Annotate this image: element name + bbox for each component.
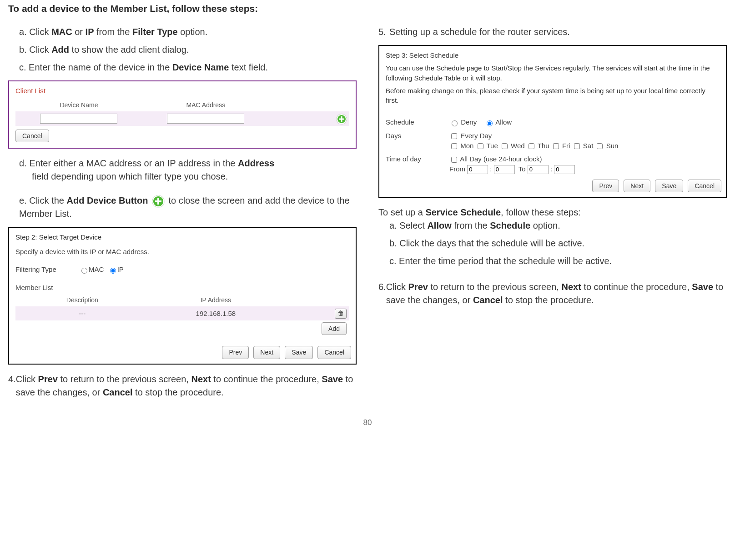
text: b. Click (19, 45, 51, 55)
cancel-button[interactable]: Cancel (688, 180, 721, 192)
ip-radio[interactable]: IP (108, 265, 124, 275)
page-title: To add a device to the Member List, foll… (8, 2, 727, 15)
to-hour-input[interactable] (528, 165, 549, 174)
text-bold: Device Name (172, 62, 229, 72)
cancel-button[interactable]: Cancel (317, 346, 351, 359)
text: d. Enter either a MAC address or an IP a… (19, 158, 238, 168)
text: Fri (562, 142, 570, 150)
step-e: e. Click the Add Device Button to close … (19, 194, 357, 220)
step-d: d. Enter either a MAC address or an IP a… (19, 157, 357, 183)
text: , follow these steps: (501, 207, 581, 217)
mac-address-input[interactable] (167, 114, 244, 124)
cancel-button[interactable]: Cancel (15, 130, 49, 142)
text: Thu (538, 142, 549, 150)
text-bold: Add Device Button (66, 195, 148, 205)
filtering-type-label: Filtering Type (15, 265, 79, 275)
text-bold: Next (561, 282, 581, 292)
client-list-title: Client List (15, 86, 349, 96)
trash-icon[interactable] (335, 309, 347, 319)
add-icon[interactable] (337, 114, 347, 124)
text: to continue the procedure, (581, 282, 692, 292)
text: to continue the procedure, (211, 374, 322, 384)
everyday-check[interactable]: Every Day (449, 132, 492, 140)
allday-check[interactable]: All Day (use 24-hour clock) (449, 155, 542, 163)
sat-check[interactable]: Sat (572, 142, 594, 150)
from-min-input[interactable] (494, 165, 515, 174)
days-label: Days (386, 131, 449, 141)
from-label: From (449, 165, 465, 173)
time-of-day-row: Time of day All Day (use 24-hour clock) … (379, 152, 726, 176)
to-min-input[interactable] (554, 165, 575, 174)
schedule-row: Schedule Deny Allow (379, 115, 726, 129)
text: MAC (89, 265, 104, 273)
text: to show the add client dialog. (69, 45, 189, 55)
text: a. Select (389, 220, 427, 230)
from-hour-input[interactable] (467, 165, 488, 174)
text: to return to the previous screen, (428, 282, 562, 292)
prev-button[interactable]: Prev (592, 180, 619, 192)
step2-desc: Specify a device with its IP or MAC addr… (15, 247, 349, 257)
step-num: 5. (378, 25, 389, 39)
save-button[interactable]: Save (655, 180, 683, 192)
cell-description: --- (15, 306, 149, 320)
panel3-button-row: Prev Next Save Cancel (379, 176, 726, 197)
add-button[interactable]: Add (322, 322, 347, 335)
text: from the (452, 220, 490, 230)
next-button[interactable]: Next (253, 346, 280, 359)
col-description: Description (66, 296, 98, 304)
to-label: To (519, 165, 526, 173)
device-name-input[interactable] (40, 114, 117, 124)
deny-radio[interactable]: Deny (449, 118, 477, 126)
text: Click (386, 282, 408, 292)
text: Every Day (460, 132, 492, 140)
step-5: 5. Setting up a schedule for the router … (378, 25, 727, 39)
add-device-icon (152, 195, 164, 207)
mon-check[interactable]: Mon (449, 142, 473, 150)
text-bold: Filter Type (132, 27, 178, 37)
sun-check[interactable]: Sun (595, 142, 618, 150)
schedule-step-a: a. Select Allow from the Schedule option… (389, 219, 727, 232)
prev-button[interactable]: Prev (222, 346, 249, 359)
wed-check[interactable]: Wed (500, 142, 525, 150)
text: text field. (229, 62, 268, 72)
fri-check[interactable]: Fri (551, 142, 570, 150)
schedule-step-c: c. Enter the time period that the schedu… (389, 255, 727, 268)
text: to stop the procedure. (503, 295, 594, 305)
text-bold: Add (51, 45, 69, 55)
schedule-step-b: b. Click the days that the schedule will… (389, 237, 727, 250)
text: To set up a (378, 207, 425, 217)
text: option. (530, 220, 560, 230)
allow-radio[interactable]: Allow (484, 118, 512, 126)
text: Sun (606, 142, 619, 150)
text: Sat (583, 142, 594, 150)
text-bold: Allow (427, 220, 451, 230)
col-device-name: Device Name (60, 101, 98, 109)
save-button[interactable]: Save (285, 346, 313, 359)
text: Click (16, 374, 38, 384)
text: Allow (495, 118, 512, 126)
text-bold: Save (692, 282, 713, 292)
table-row: Add (15, 320, 349, 337)
mac-radio[interactable]: MAC (79, 265, 104, 275)
tue-check[interactable]: Tue (476, 142, 498, 150)
step-num: 4. (8, 373, 16, 399)
text-bold: Save (322, 374, 343, 384)
text-bold: Cancel (473, 295, 503, 305)
col-mac-address: MAC Address (186, 101, 226, 109)
next-button[interactable]: Next (624, 180, 650, 192)
text: to return to the previous screen, (58, 374, 191, 384)
thu-check[interactable]: Thu (527, 142, 549, 150)
text: or (72, 27, 86, 37)
page-number: 80 (8, 404, 727, 429)
step2-panel: Step 2: Select Target Device Specify a d… (8, 227, 357, 365)
text-bold: Service Schedule (425, 207, 501, 217)
text-bold: MAC (51, 27, 72, 37)
text: field depending upon which filter type y… (32, 171, 228, 181)
text: option. (178, 27, 208, 37)
text-bold: Prev (38, 374, 58, 384)
step3-desc1: You can use the Schedule page to Start/S… (386, 60, 720, 83)
col-ip-address: IP Address (201, 296, 231, 304)
text: to stop the procedure. (133, 387, 224, 397)
text-bold: IP (86, 27, 94, 37)
text-bold: Prev (408, 282, 428, 292)
